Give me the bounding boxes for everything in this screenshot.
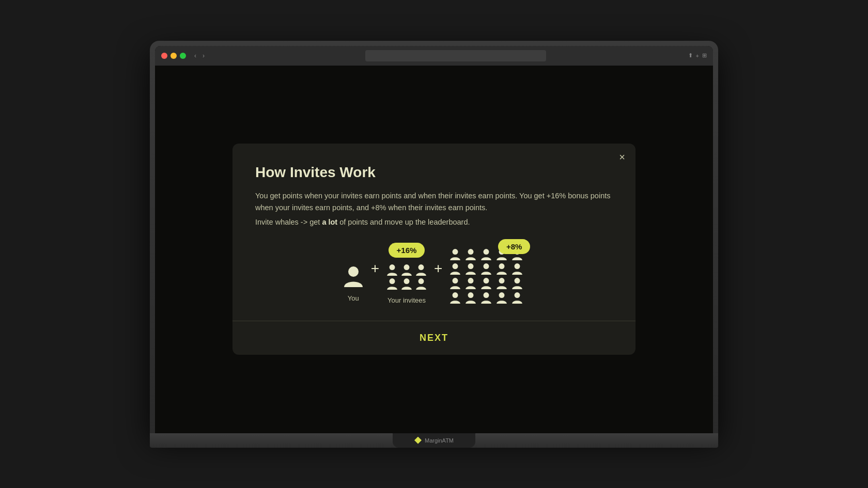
browser-nav: ‹ › — [192, 51, 207, 60]
svg-point-26 — [515, 292, 520, 298]
svg-point-4 — [390, 278, 395, 284]
svg-point-5 — [404, 278, 410, 284]
you-label: You — [348, 294, 359, 302]
sub-invitee-icon — [465, 292, 476, 304]
svg-point-16 — [515, 263, 520, 269]
sub-invitee-icon — [512, 277, 523, 290]
svg-point-13 — [468, 263, 474, 269]
brand-name: MarginATM — [425, 437, 454, 444]
fullscreen-traffic-light[interactable] — [180, 53, 186, 59]
plus-icon-1: + — [371, 260, 379, 277]
sub-invitee-icon — [450, 277, 461, 290]
address-bar[interactable] — [365, 50, 546, 61]
sub-invitee-icon — [450, 292, 461, 304]
sub-invitee-icon — [512, 263, 523, 275]
sub-invitee-icon — [481, 248, 492, 261]
sub-invitee-icon — [512, 292, 523, 304]
invitee-icon — [386, 278, 398, 290]
back-button[interactable]: ‹ — [192, 51, 198, 60]
diagram: You + +16% — [255, 243, 613, 304]
tier2-badge: +8% — [498, 239, 530, 254]
sub-invitee-icon — [450, 263, 461, 275]
svg-point-12 — [453, 263, 458, 269]
browser-chrome: ‹ › ⬆ + ⊞ — [155, 46, 713, 66]
svg-point-23 — [468, 292, 474, 298]
you-person-icon — [343, 265, 364, 288]
plus-icon-2: + — [434, 260, 442, 277]
invitee-icon — [386, 264, 398, 276]
sub-invitee-icon — [450, 248, 461, 261]
close-traffic-light[interactable] — [161, 53, 167, 59]
modal-tagline: Invite whales -> get a lot of points and… — [255, 218, 613, 226]
browser-content: × How Invites Work You get points when y… — [155, 66, 713, 433]
screen-bezel: ‹ › ⬆ + ⊞ × — [155, 46, 713, 433]
invitee-icon — [415, 278, 427, 290]
laptop-notch: MarginATM — [393, 433, 475, 448]
invitees-label: Your invitees — [388, 296, 426, 304]
svg-point-0 — [348, 266, 359, 277]
invitees-section: +16% — [386, 243, 427, 304]
invitee-icon — [401, 278, 412, 290]
their-invitees-section: +8% — [450, 243, 525, 304]
svg-point-7 — [453, 249, 458, 255]
browser-actions: ⬆ + ⊞ — [688, 52, 707, 59]
close-button[interactable]: × — [619, 152, 625, 162]
svg-point-15 — [499, 263, 505, 269]
sub-invitee-icon — [465, 277, 476, 290]
modal-description: You get points when your invites earn po… — [255, 190, 613, 214]
traffic-lights — [161, 53, 186, 59]
svg-point-19 — [484, 278, 489, 284]
svg-point-21 — [515, 278, 520, 284]
svg-point-6 — [419, 278, 424, 284]
svg-point-2 — [404, 264, 410, 270]
svg-point-24 — [484, 292, 489, 298]
minimize-traffic-light[interactable] — [171, 53, 177, 59]
bookmark-icon[interactable]: + — [696, 53, 699, 59]
svg-point-18 — [468, 278, 474, 284]
sub-invitee-icon — [481, 263, 492, 275]
next-button[interactable]: NEXT — [420, 333, 448, 343]
forward-button[interactable]: › — [200, 51, 207, 60]
laptop-screen: ‹ › ⬆ + ⊞ × — [150, 41, 718, 433]
modal-dialog: × How Invites Work You get points when y… — [233, 144, 636, 355]
sub-invitee-icon — [465, 263, 476, 275]
share-icon[interactable]: ⬆ — [688, 52, 693, 59]
next-btn-area: NEXT — [255, 321, 613, 355]
svg-point-3 — [419, 264, 424, 270]
modal-overlay: × How Invites Work You get points when y… — [155, 66, 713, 433]
svg-point-14 — [484, 263, 489, 269]
you-section: You — [343, 245, 364, 302]
laptop-bottom-bar: MarginATM — [150, 433, 718, 448]
svg-point-22 — [453, 292, 458, 298]
modal-title: How Invites Work — [255, 164, 613, 181]
invitee-icon — [415, 264, 427, 276]
sub-invitee-icon — [465, 248, 476, 261]
svg-point-1 — [390, 264, 395, 270]
sidebar-icon[interactable]: ⊞ — [702, 52, 707, 59]
svg-point-17 — [453, 278, 458, 284]
sub-invitee-icon — [481, 277, 492, 290]
sub-invitee-icon — [496, 277, 507, 290]
browser-tabs-area — [227, 50, 684, 61]
sub-invitee-icon — [496, 263, 507, 275]
sub-invitee-icon — [496, 292, 507, 304]
svg-point-9 — [484, 249, 489, 255]
brand-logo-icon — [414, 437, 422, 444]
laptop-wrapper: ‹ › ⬆ + ⊞ × — [150, 41, 718, 448]
svg-point-25 — [499, 292, 505, 298]
invitee-icon — [401, 264, 412, 276]
sub-invitee-icon — [481, 292, 492, 304]
tier1-badge: +16% — [389, 243, 425, 258]
svg-point-8 — [468, 249, 474, 255]
svg-point-20 — [499, 278, 505, 284]
